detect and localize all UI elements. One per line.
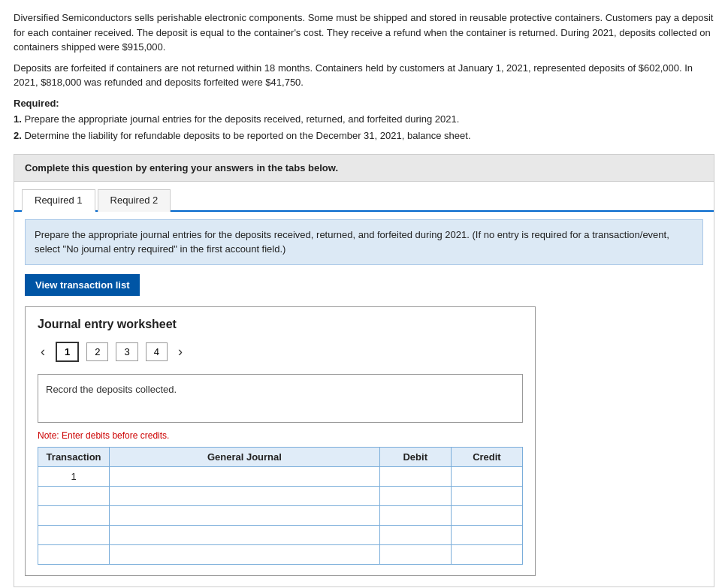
row5-credit-input[interactable] <box>456 549 518 560</box>
view-transaction-button[interactable]: View transaction list <box>25 274 140 296</box>
row1-credit[interactable] <box>451 466 522 486</box>
note-text: Note: Enter debits before credits. <box>38 430 523 441</box>
page-3-label: 3 <box>124 346 129 357</box>
row4-debit-input[interactable] <box>385 529 446 541</box>
row2-transaction <box>38 486 110 505</box>
col-header-transaction: Transaction <box>38 447 110 466</box>
next-page-button[interactable]: › <box>175 344 186 360</box>
page-1-label: 1 <box>65 346 70 357</box>
row2-general-journal[interactable] <box>110 486 380 505</box>
row2-debit[interactable] <box>379 486 451 505</box>
required-item-2: 2. Determine the liability for refundabl… <box>14 128 714 143</box>
row5-credit[interactable] <box>451 544 522 564</box>
col-header-credit: Credit <box>451 447 522 466</box>
required-item-1: 1. Prepare the appropriate journal entri… <box>14 112 714 127</box>
page-4-label: 4 <box>154 346 159 357</box>
col-header-debit: Debit <box>379 447 451 466</box>
table-row <box>38 544 523 564</box>
tab-required-1[interactable]: Required 1 <box>22 189 95 212</box>
prev-page-button[interactable]: ‹ <box>38 344 48 360</box>
tabs-container: Required 1 Required 2 Prepare the approp… <box>14 182 714 587</box>
tab-required-1-label: Required 1 <box>35 194 83 206</box>
col-header-general-journal: General Journal <box>110 447 380 466</box>
row1-transaction: 1 <box>38 466 110 486</box>
instruction-box: Prepare the appropriate journal entries … <box>25 219 703 265</box>
row4-credit[interactable] <box>451 525 522 544</box>
row2-credit[interactable] <box>451 486 522 505</box>
row4-general-journal[interactable] <box>110 525 380 544</box>
page-4-button[interactable]: 4 <box>146 342 168 361</box>
row1-credit-input[interactable] <box>456 471 518 482</box>
instruction-main-text: Prepare the appropriate journal entries … <box>35 229 470 240</box>
row1-debit[interactable] <box>379 466 451 486</box>
page-2-label: 2 <box>95 346 100 357</box>
row2-gj-input[interactable] <box>114 490 375 502</box>
row4-debit[interactable] <box>379 525 451 544</box>
row3-debit-input[interactable] <box>385 510 446 521</box>
row4-transaction <box>38 525 110 544</box>
row1-transaction-val: 1 <box>71 471 76 482</box>
table-row <box>38 505 523 525</box>
page-2-button[interactable]: 2 <box>86 342 108 361</box>
tabs-row: Required 1 Required 2 <box>14 182 714 212</box>
row1-debit-input[interactable] <box>385 471 446 482</box>
nav-row: ‹ 1 2 3 4 › <box>38 342 523 362</box>
complete-banner: Complete this question by entering your … <box>14 154 714 182</box>
tab-required-2[interactable]: Required 2 <box>98 189 171 212</box>
page-1-button[interactable]: 1 <box>56 342 79 362</box>
row4-gj-input[interactable] <box>114 529 375 541</box>
table-row <box>38 525 523 544</box>
row3-general-journal[interactable] <box>110 505 380 525</box>
row5-gj-input[interactable] <box>114 549 375 560</box>
row1-general-journal[interactable] <box>110 466 380 486</box>
page-3-button[interactable]: 3 <box>116 342 137 361</box>
row5-transaction <box>38 544 110 564</box>
req2-text: Determine the liability for refundable d… <box>24 130 470 141</box>
row5-debit-input[interactable] <box>385 549 446 560</box>
row5-general-journal[interactable] <box>110 544 380 564</box>
page-wrapper: Diversified Semiconductors sells perisha… <box>0 0 728 588</box>
row3-credit[interactable] <box>451 505 522 525</box>
intro-paragraph-2: Deposits are forfeited if containers are… <box>14 61 714 90</box>
row2-credit-input[interactable] <box>456 490 518 502</box>
row3-debit[interactable] <box>379 505 451 525</box>
row1-gj-input[interactable] <box>114 471 375 482</box>
row3-transaction <box>38 505 110 525</box>
record-instruction-box: Record the deposits collected. <box>38 374 523 423</box>
required-label: Required: <box>14 98 714 109</box>
row5-debit[interactable] <box>379 544 451 564</box>
journal-table: Transaction General Journal Debit Credit… <box>38 447 523 565</box>
worksheet-card: Journal entry worksheet ‹ 1 2 3 4 <box>25 306 536 576</box>
row4-credit-input[interactable] <box>456 529 518 541</box>
req1-prefix: 1. <box>14 113 22 125</box>
worksheet-title: Journal entry worksheet <box>38 318 523 331</box>
row2-debit-input[interactable] <box>385 490 446 502</box>
intro-section: Diversified Semiconductors sells perisha… <box>14 11 714 90</box>
req1-text: Prepare the appropriate journal entries … <box>24 113 459 125</box>
intro-paragraph-1: Diversified Semiconductors sells perisha… <box>14 11 714 55</box>
table-row <box>38 486 523 505</box>
row3-gj-input[interactable] <box>114 510 375 521</box>
req2-prefix: 2. <box>14 130 22 141</box>
tab-content: Prepare the appropriate journal entries … <box>14 212 714 586</box>
tab-required-2-label: Required 2 <box>110 194 159 206</box>
record-instruction-text: Record the deposits collected. <box>46 384 177 395</box>
row3-credit-input[interactable] <box>456 510 518 521</box>
table-row: 1 <box>38 466 523 486</box>
banner-text: Complete this question by entering your … <box>25 162 338 173</box>
required-section: Required: 1. Prepare the appropriate jou… <box>14 98 714 143</box>
